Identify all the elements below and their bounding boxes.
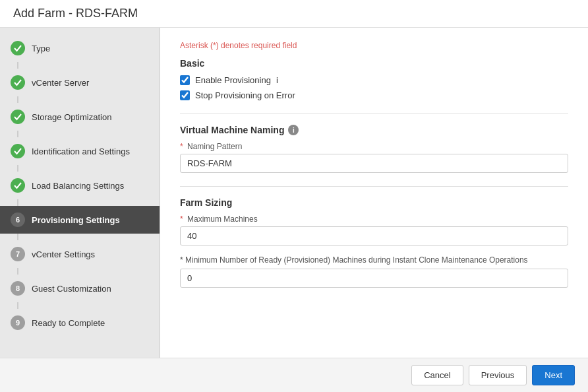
max-machines-input[interactable] bbox=[180, 226, 568, 245]
sidebar-item-ready-to-complete[interactable]: 9 Ready to Complete bbox=[0, 309, 160, 337]
enable-provisioning-row: Enable Provisioning i bbox=[180, 75, 568, 85]
previous-button[interactable]: Previous bbox=[469, 365, 527, 385]
sidebar-item-identification[interactable]: Identification and Settings bbox=[0, 137, 160, 165]
sidebar-label-storage: Storage Optimization bbox=[32, 112, 111, 122]
sidebar-label-identification: Identification and Settings bbox=[32, 147, 130, 156]
connector-6 bbox=[17, 234, 18, 240]
page-header: Add Farm - RDS-FARM bbox=[0, 0, 588, 28]
sidebar-label-ready-to-complete: Ready to Complete bbox=[32, 318, 105, 328]
step-circle-load-balancing bbox=[11, 178, 25, 193]
vm-naming-section-title: Virtual Machine Naming i bbox=[180, 125, 568, 135]
step-circle-guest: 8 bbox=[11, 281, 25, 296]
main-content: Type vCenter Server Storage Optimization… bbox=[0, 28, 588, 358]
connector-1 bbox=[17, 62, 18, 69]
sidebar-item-load-balancing[interactable]: Load Balancing Settings bbox=[0, 172, 160, 199]
sidebar-item-storage[interactable]: Storage Optimization bbox=[0, 103, 160, 131]
connector-5 bbox=[17, 199, 18, 206]
step-circle-provisioning: 6 bbox=[11, 212, 25, 227]
enable-provisioning-checkbox[interactable] bbox=[180, 75, 190, 85]
stop-provisioning-checkbox[interactable] bbox=[180, 90, 190, 100]
page-title: Add Farm - RDS-FARM bbox=[13, 7, 575, 20]
connector-7 bbox=[17, 268, 18, 275]
step-circle-storage bbox=[11, 110, 25, 124]
sidebar-item-provisioning-settings[interactable]: 6 Provisioning Settings bbox=[0, 206, 160, 234]
min-machines-input[interactable] bbox=[180, 269, 568, 288]
max-machines-label: * Maximum Machines bbox=[180, 214, 568, 224]
sidebar-label-guest-customization: Guest Customization bbox=[32, 284, 111, 294]
basic-section: Basic Enable Provisioning i Stop Provisi… bbox=[180, 58, 568, 100]
next-button[interactable]: Next bbox=[532, 365, 575, 385]
sidebar: Type vCenter Server Storage Optimization… bbox=[0, 28, 160, 358]
sidebar-item-type[interactable]: Type bbox=[0, 34, 160, 62]
farm-sizing-section: Farm Sizing * Maximum Machines * Minimum… bbox=[180, 197, 568, 288]
naming-pattern-label: * Naming Pattern bbox=[180, 142, 568, 151]
vm-naming-info-icon[interactable]: i bbox=[288, 125, 299, 135]
footer: Cancel Previous Next bbox=[0, 358, 588, 392]
step-circle-vcenter-settings: 7 bbox=[11, 247, 25, 261]
divider-1 bbox=[180, 114, 568, 114]
basic-section-title: Basic bbox=[180, 58, 568, 69]
cancel-button[interactable]: Cancel bbox=[411, 365, 463, 385]
sidebar-item-vcenter-server[interactable]: vCenter Server bbox=[0, 69, 160, 96]
min-machines-label: * Minimum Number of Ready (Provisioned) … bbox=[180, 255, 568, 266]
connector-8 bbox=[17, 302, 18, 309]
sidebar-item-vcenter-settings[interactable]: 7 vCenter Settings bbox=[0, 240, 160, 268]
sidebar-label-provisioning-settings: Provisioning Settings bbox=[32, 215, 120, 225]
vm-naming-section: Virtual Machine Naming i * Naming Patter… bbox=[180, 125, 568, 173]
sidebar-item-guest-customization[interactable]: 8 Guest Customization bbox=[0, 275, 160, 302]
sidebar-label-vcenter-server: vCenter Server bbox=[32, 78, 89, 88]
enable-provisioning-label: Enable Provisioning bbox=[195, 75, 271, 85]
divider-2 bbox=[180, 186, 568, 187]
connector-4 bbox=[17, 165, 18, 172]
sidebar-label-type: Type bbox=[32, 44, 50, 53]
enable-provisioning-info-icon[interactable]: i bbox=[276, 75, 278, 85]
sidebar-label-vcenter-settings: vCenter Settings bbox=[32, 249, 95, 259]
step-circle-ready: 9 bbox=[11, 315, 25, 330]
required-note: Asterisk (*) denotes required field bbox=[180, 41, 568, 50]
step-circle-vcenter bbox=[11, 75, 25, 90]
connector-2 bbox=[17, 96, 18, 103]
farm-sizing-section-title: Farm Sizing bbox=[180, 197, 568, 208]
sidebar-label-load-balancing: Load Balancing Settings bbox=[32, 181, 124, 191]
step-circle-identification bbox=[11, 144, 25, 158]
naming-pattern-input[interactable] bbox=[180, 154, 568, 173]
stop-provisioning-label: Stop Provisioning on Error bbox=[195, 90, 295, 100]
form-area: Asterisk (*) denotes required field Basi… bbox=[160, 28, 588, 358]
stop-provisioning-row: Stop Provisioning on Error bbox=[180, 90, 568, 100]
step-circle-type bbox=[11, 41, 25, 55]
connector-3 bbox=[17, 131, 18, 137]
